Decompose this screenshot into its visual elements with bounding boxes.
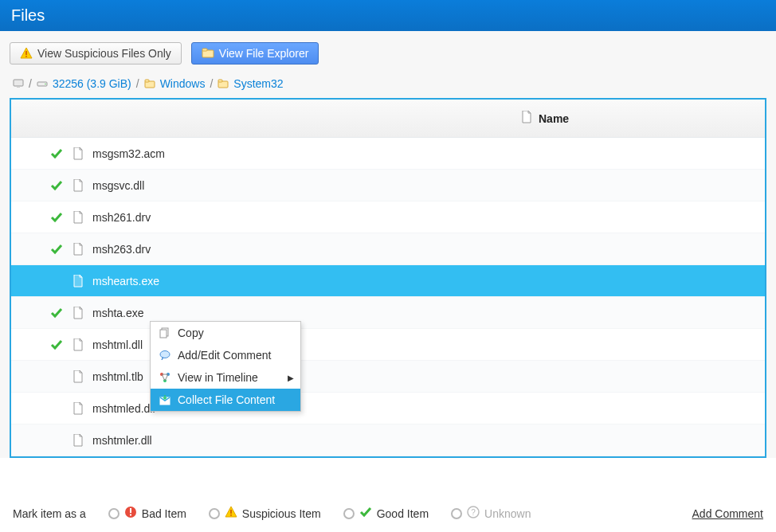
table-row[interactable]: msgsm32.acm (11, 138, 765, 170)
file-icon (72, 243, 84, 256)
radio-icon (108, 508, 120, 519)
file-name: msh261.drv (92, 211, 151, 224)
unknown-icon: ? (467, 506, 480, 521)
content-area: View Suspicious Files Only View File Exp… (0, 31, 776, 458)
rows-container: msgsm32.acmmsgsvc.dllmsh261.drvmsh263.dr… (11, 138, 765, 456)
mark-good-option[interactable]: Good Item (343, 506, 429, 521)
warning-icon (20, 47, 33, 60)
ctx-collect[interactable]: Collect File Content (151, 389, 300, 411)
breadcrumb-sep: / (29, 77, 32, 90)
radio-icon (451, 508, 462, 519)
svg-rect-5 (14, 80, 23, 86)
mark-unknown-option: ?Unknown (451, 506, 531, 521)
svg-rect-22 (130, 514, 131, 516)
svg-rect-10 (145, 80, 149, 82)
check-icon (49, 338, 64, 352)
svg-point-15 (160, 351, 170, 358)
breadcrumb-folder-windows[interactable]: Windows (160, 77, 206, 90)
table-header[interactable]: Name (11, 100, 765, 138)
radio-icon (209, 508, 220, 519)
radio-icon (343, 508, 355, 519)
file-name: mshtml.dll (92, 338, 143, 351)
status-empty (49, 401, 64, 416)
svg-rect-4 (202, 49, 207, 51)
option-label: Bad Item (142, 507, 186, 520)
copy-icon (159, 327, 171, 339)
file-table-panel: Name msgsm32.acmmsgsvc.dllmsh261.drvmsh2… (10, 98, 766, 458)
svg-rect-24 (230, 510, 232, 514)
computer-icon (13, 78, 24, 89)
file-icon (72, 275, 84, 288)
table-row[interactable]: mshtml.tlb (11, 361, 765, 393)
file-name: mshtmled.dll (92, 402, 155, 415)
file-name: mshtmler.dll (92, 434, 152, 447)
table-row[interactable]: mshtmled.dll (11, 393, 765, 424)
svg-point-8 (45, 84, 46, 85)
status-empty (49, 370, 64, 384)
table-row[interactable]: msh263.drv (11, 233, 765, 265)
drive-icon (37, 78, 48, 89)
table-row[interactable]: mshtmler.dll (11, 424, 765, 456)
status-empty (49, 433, 64, 448)
file-icon (521, 111, 532, 126)
view-explorer-label: View File Explorer (219, 47, 309, 60)
svg-rect-21 (130, 508, 131, 513)
table-row[interactable]: msh261.drv (11, 201, 765, 233)
file-icon (72, 370, 84, 383)
mark-suspicious-option[interactable]: Suspicious Item (209, 506, 321, 521)
svg-rect-25 (230, 514, 232, 516)
file-name: msgsm32.acm (92, 147, 165, 160)
ctx-label: Copy (178, 327, 204, 339)
svg-rect-14 (160, 330, 167, 338)
chevron-right-icon: ▶ (288, 374, 294, 382)
table-row[interactable]: mshtml.dll (11, 329, 765, 361)
ctx-copy[interactable]: Copy (151, 322, 300, 344)
check-icon (49, 178, 64, 193)
folder-icon (218, 78, 229, 89)
check-icon (49, 242, 64, 256)
add-comment-link[interactable]: Add Comment (692, 507, 763, 520)
option-label: Suspicious Item (242, 507, 321, 520)
file-name: mshtml.tlb (92, 370, 143, 383)
table-row[interactable]: mshta.exe (11, 297, 765, 329)
titlebar-title: Files (11, 6, 45, 24)
comment-icon (159, 349, 171, 362)
folder-icon (144, 78, 155, 89)
collect-icon (159, 393, 171, 406)
file-icon (72, 402, 84, 415)
titlebar: Files (0, 0, 776, 31)
option-label: Good Item (377, 507, 429, 520)
breadcrumb-sep: / (136, 77, 139, 90)
breadcrumb-sep: / (210, 77, 213, 90)
suspicious-icon (225, 506, 237, 521)
file-name: msgsvc.dll (92, 179, 144, 192)
file-icon (72, 179, 84, 192)
footer-bar: Mark item as a Bad ItemSuspicious ItemGo… (0, 506, 776, 521)
view-suspicious-label: View Suspicious Files Only (37, 47, 171, 60)
breadcrumb-folder-system32[interactable]: System32 (233, 77, 283, 90)
check-icon (49, 147, 64, 161)
view-explorer-button[interactable]: View File Explorer (191, 42, 319, 65)
file-icon (72, 147, 84, 160)
svg-rect-6 (17, 86, 20, 88)
file-icon (72, 307, 84, 319)
breadcrumb: / 32256 (3.9 GiB) / Windows / System32 (10, 72, 766, 98)
file-name: mshta.exe (92, 307, 144, 319)
file-icon (72, 434, 84, 447)
status-empty (49, 274, 64, 288)
svg-text:?: ? (471, 508, 476, 517)
context-menu: CopyAdd/Edit CommentView in Timeline▶Col… (150, 321, 301, 412)
ctx-comment[interactable]: Add/Edit Comment (151, 344, 300, 366)
mark-bad-option[interactable]: Bad Item (108, 506, 186, 521)
ctx-timeline[interactable]: View in Timeline▶ (151, 366, 300, 389)
file-name: msh263.drv (92, 243, 151, 256)
view-suspicious-button[interactable]: View Suspicious Files Only (10, 42, 182, 65)
option-label: Unknown (484, 507, 531, 520)
bad-icon (124, 506, 137, 521)
breadcrumb-drive[interactable]: 32256 (3.9 GiB) (53, 77, 131, 90)
good-icon (359, 506, 372, 521)
table-row[interactable]: msgsvc.dll (11, 170, 765, 201)
check-icon (49, 210, 64, 225)
table-row[interactable]: mshearts.exe (11, 265, 765, 297)
toolbar: View Suspicious Files Only View File Exp… (10, 42, 766, 65)
